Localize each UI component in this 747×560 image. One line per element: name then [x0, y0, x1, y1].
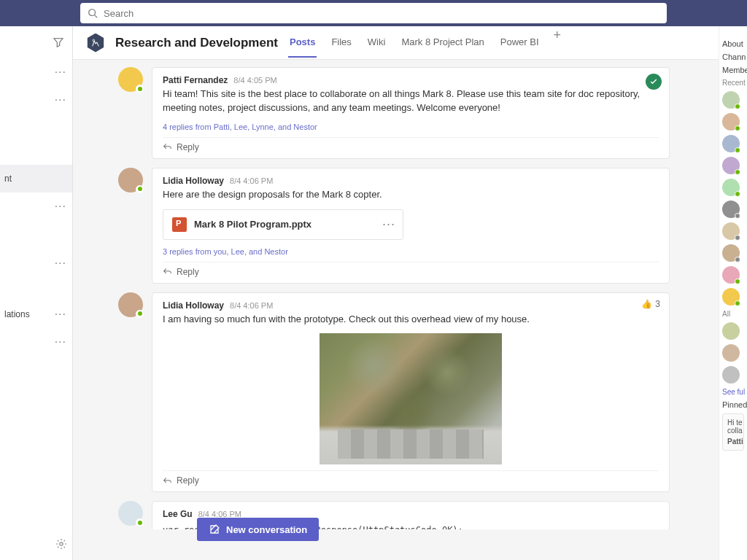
rp-pinned: Pinned	[722, 400, 744, 409]
reaction[interactable]: 👍3	[641, 299, 660, 309]
reply-icon	[163, 142, 172, 152]
member-avatar[interactable]	[722, 222, 740, 240]
right-panel: About Chann Membe Recent All See ful Pin…	[719, 26, 747, 560]
add-tab-button[interactable]: +	[554, 28, 562, 58]
member-avatar[interactable]	[722, 322, 740, 340]
reply-button[interactable]: Reply	[163, 470, 659, 486]
svg-line-1	[95, 15, 98, 18]
post-timestamp: 8/4 4:06 PM	[230, 301, 273, 310]
more-icon[interactable]: ···	[55, 200, 66, 213]
member-avatar[interactable]	[722, 266, 740, 284]
member-avatar[interactable]	[722, 344, 740, 362]
see-full-link[interactable]: See ful	[722, 388, 744, 396]
team-icon	[86, 34, 105, 52]
tab-mark8[interactable]: Mark 8 Project Plan	[400, 28, 485, 58]
compose-icon	[209, 524, 220, 535]
more-icon[interactable]: ···	[55, 335, 66, 349]
channel-title: Research and Development	[115, 36, 278, 50]
member-avatar[interactable]	[722, 113, 740, 131]
file-attachment[interactable]: Mark 8 Pilot Program.pptx ···	[163, 209, 403, 240]
svg-point-3	[93, 39, 95, 42]
rail-item[interactable]: ···	[0, 192, 72, 220]
powerpoint-icon	[172, 217, 187, 232]
posts-feed: Patti Fernandez8/4 4:05 PM Hi team! This…	[73, 60, 719, 529]
channel-header: Research and Development Posts Files Wik…	[73, 26, 719, 60]
member-avatar[interactable]	[722, 366, 740, 384]
replies-summary[interactable]: 4 replies from Patti, Lee, Lynne, and Ne…	[163, 122, 659, 131]
member-avatar[interactable]	[722, 135, 740, 152]
rail-item-selected[interactable]: nt	[0, 165, 72, 192]
rail-item[interactable]: ···	[0, 86, 72, 114]
rp-all: All	[722, 310, 744, 318]
search-icon	[88, 8, 98, 18]
member-avatar[interactable]	[722, 288, 740, 306]
tab-files[interactable]: Files	[330, 28, 352, 58]
tab-powerbi[interactable]: Power BI	[499, 28, 541, 58]
post-timestamp: 8/4 4:06 PM	[230, 176, 273, 185]
rp-recent: Recent	[722, 79, 744, 87]
post-author[interactable]: Patti Fernandez	[163, 75, 228, 85]
avatar[interactable]	[118, 168, 143, 192]
search-box[interactable]	[80, 3, 667, 23]
attachment-more-icon[interactable]: ···	[382, 217, 395, 232]
member-avatar[interactable]	[722, 244, 740, 262]
search-input[interactable]	[104, 8, 659, 19]
post-body: I am having so much fun with the prototy…	[163, 313, 659, 327]
post-author[interactable]: Lidia Holloway	[163, 176, 224, 186]
post-image[interactable]	[320, 333, 502, 464]
post-body: Hi team! This site is the best place to …	[163, 88, 659, 115]
tab-posts[interactable]: Posts	[288, 28, 317, 58]
post-author[interactable]: Lidia Holloway	[163, 300, 224, 311]
member-avatar[interactable]	[722, 179, 740, 196]
rp-members[interactable]: Membe	[722, 66, 744, 74]
rp-channels[interactable]: Chann	[722, 52, 744, 61]
replies-summary[interactable]: 3 replies from you, Lee, and Nestor	[163, 247, 659, 256]
member-avatar[interactable]	[722, 201, 740, 218]
avatar[interactable]	[118, 67, 143, 92]
post-timestamp: 8/4 4:05 PM	[233, 76, 276, 85]
more-icon[interactable]: ···	[55, 308, 66, 321]
tab-wiki[interactable]: Wiki	[366, 28, 387, 58]
rp-about[interactable]: About	[722, 39, 744, 48]
new-conversation-button[interactable]: New conversation	[197, 518, 319, 541]
svg-point-2	[60, 542, 63, 545]
avatar[interactable]	[118, 501, 143, 526]
settings-icon[interactable]	[55, 538, 67, 550]
avatar[interactable]	[118, 292, 143, 317]
more-icon[interactable]: ···	[55, 257, 66, 270]
rail-item[interactable]: ···	[0, 328, 72, 356]
reply-icon	[163, 267, 172, 276]
pinned-post[interactable]: Hi te colla Patti	[722, 413, 744, 451]
title-bar	[0, 0, 747, 26]
reply-icon	[163, 476, 172, 486]
filter-icon[interactable]	[53, 37, 63, 47]
rail-item[interactable]: ···	[0, 249, 72, 277]
attachment-name: Mark 8 Pilot Program.pptx	[194, 219, 311, 230]
post-body: Here are the design proposals for the Ma…	[163, 188, 659, 202]
connector-badge	[646, 74, 662, 90]
post: 👍3 Lidia Holloway8/4 4:06 PM I am having…	[118, 292, 719, 493]
member-avatar[interactable]	[722, 91, 740, 109]
member-avatar[interactable]	[722, 157, 740, 174]
post: Lidia Holloway8/4 4:06 PM Here are the d…	[118, 168, 719, 284]
reply-button[interactable]: Reply	[163, 262, 659, 277]
reply-button[interactable]: Reply	[163, 137, 659, 152]
svg-point-0	[89, 9, 96, 16]
tab-bar: Posts Files Wiki Mark 8 Project Plan Pow…	[288, 28, 561, 58]
rail-item[interactable]: ···	[0, 58, 72, 86]
main-area: Research and Development Posts Files Wik…	[73, 26, 719, 560]
left-rail: ··· ··· nt ··· ··· lations··· ···	[0, 26, 73, 560]
post: Patti Fernandez8/4 4:05 PM Hi team! This…	[118, 67, 719, 159]
post-author[interactable]: Lee Gu	[163, 509, 193, 519]
more-icon[interactable]: ···	[55, 93, 66, 106]
more-icon[interactable]: ···	[55, 66, 66, 79]
rail-item[interactable]: lations···	[0, 300, 72, 328]
